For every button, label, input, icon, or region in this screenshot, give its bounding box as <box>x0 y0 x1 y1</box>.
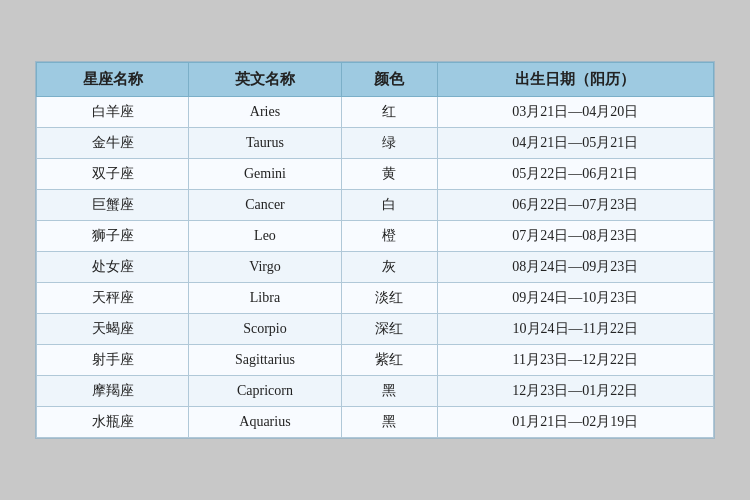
cell-color: 绿 <box>341 128 437 159</box>
cell-zh: 天秤座 <box>37 283 189 314</box>
cell-color: 灰 <box>341 252 437 283</box>
cell-date: 06月22日—07月23日 <box>437 190 713 221</box>
table-body: 白羊座Aries红03月21日—04月20日金牛座Taurus绿04月21日—0… <box>37 97 714 438</box>
header-zh: 星座名称 <box>37 63 189 97</box>
table-row: 天秤座Libra淡红09月24日—10月23日 <box>37 283 714 314</box>
cell-en: Sagittarius <box>189 345 341 376</box>
cell-zh: 处女座 <box>37 252 189 283</box>
cell-date: 08月24日—09月23日 <box>437 252 713 283</box>
cell-en: Libra <box>189 283 341 314</box>
cell-date: 07月24日—08月23日 <box>437 221 713 252</box>
cell-zh: 白羊座 <box>37 97 189 128</box>
table-row: 天蝎座Scorpio深红10月24日—11月22日 <box>37 314 714 345</box>
table-row: 双子座Gemini黄05月22日—06月21日 <box>37 159 714 190</box>
cell-color: 黑 <box>341 407 437 438</box>
cell-date: 12月23日—01月22日 <box>437 376 713 407</box>
cell-date: 01月21日—02月19日 <box>437 407 713 438</box>
cell-date: 10月24日—11月22日 <box>437 314 713 345</box>
table-row: 处女座Virgo灰08月24日—09月23日 <box>37 252 714 283</box>
cell-en: Aries <box>189 97 341 128</box>
cell-color: 白 <box>341 190 437 221</box>
cell-zh: 天蝎座 <box>37 314 189 345</box>
cell-color: 橙 <box>341 221 437 252</box>
zodiac-table-container: 星座名称 英文名称 颜色 出生日期（阳历） 白羊座Aries红03月21日—04… <box>35 61 715 439</box>
cell-date: 04月21日—05月21日 <box>437 128 713 159</box>
cell-en: Aquarius <box>189 407 341 438</box>
cell-zh: 狮子座 <box>37 221 189 252</box>
cell-date: 05月22日—06月21日 <box>437 159 713 190</box>
cell-zh: 双子座 <box>37 159 189 190</box>
cell-date: 03月21日—04月20日 <box>437 97 713 128</box>
cell-date: 11月23日—12月22日 <box>437 345 713 376</box>
table-row: 摩羯座Capricorn黑12月23日—01月22日 <box>37 376 714 407</box>
cell-zh: 金牛座 <box>37 128 189 159</box>
table-row: 狮子座Leo橙07月24日—08月23日 <box>37 221 714 252</box>
cell-zh: 水瓶座 <box>37 407 189 438</box>
table-row: 金牛座Taurus绿04月21日—05月21日 <box>37 128 714 159</box>
cell-color: 黄 <box>341 159 437 190</box>
cell-zh: 摩羯座 <box>37 376 189 407</box>
zodiac-table: 星座名称 英文名称 颜色 出生日期（阳历） 白羊座Aries红03月21日—04… <box>36 62 714 438</box>
table-row: 巨蟹座Cancer白06月22日—07月23日 <box>37 190 714 221</box>
cell-zh: 射手座 <box>37 345 189 376</box>
table-row: 水瓶座Aquarius黑01月21日—02月19日 <box>37 407 714 438</box>
cell-en: Leo <box>189 221 341 252</box>
cell-en: Scorpio <box>189 314 341 345</box>
table-header-row: 星座名称 英文名称 颜色 出生日期（阳历） <box>37 63 714 97</box>
cell-color: 淡红 <box>341 283 437 314</box>
cell-color: 紫红 <box>341 345 437 376</box>
header-date: 出生日期（阳历） <box>437 63 713 97</box>
cell-color: 深红 <box>341 314 437 345</box>
cell-en: Cancer <box>189 190 341 221</box>
cell-date: 09月24日—10月23日 <box>437 283 713 314</box>
cell-en: Capricorn <box>189 376 341 407</box>
table-row: 白羊座Aries红03月21日—04月20日 <box>37 97 714 128</box>
cell-en: Virgo <box>189 252 341 283</box>
cell-color: 黑 <box>341 376 437 407</box>
cell-zh: 巨蟹座 <box>37 190 189 221</box>
cell-en: Gemini <box>189 159 341 190</box>
cell-en: Taurus <box>189 128 341 159</box>
header-color: 颜色 <box>341 63 437 97</box>
table-row: 射手座Sagittarius紫红11月23日—12月22日 <box>37 345 714 376</box>
header-en: 英文名称 <box>189 63 341 97</box>
cell-color: 红 <box>341 97 437 128</box>
